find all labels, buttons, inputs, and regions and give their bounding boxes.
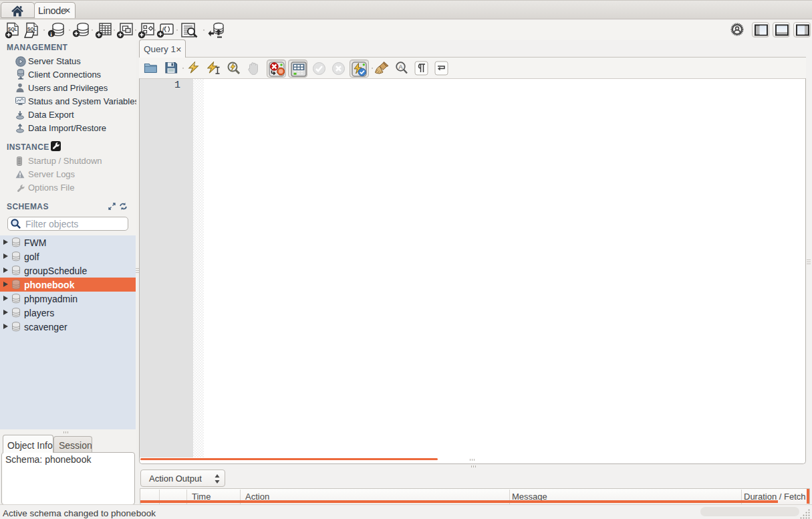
svg-text:SQL: SQL [27, 27, 37, 32]
svg-text:A: A [399, 64, 403, 70]
svg-text:SQL: SQL [8, 27, 17, 32]
